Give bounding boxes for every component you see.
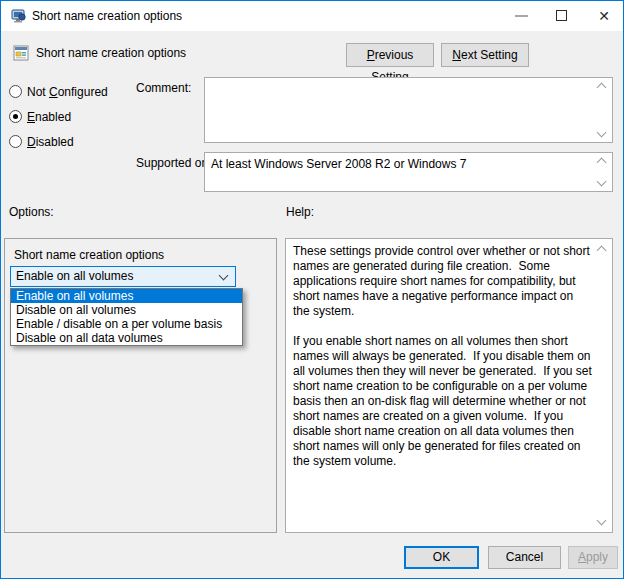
cancel-button[interactable]: Cancel [488, 546, 561, 569]
help-paragraph: If you enable short names on all volumes… [293, 334, 592, 469]
setting-name-label: Short name creation options [14, 248, 164, 262]
close-button[interactable]: ✕ [594, 5, 614, 27]
comment-textarea[interactable] [204, 77, 613, 143]
radio-circle[interactable] [9, 135, 22, 148]
scroll-down-icon[interactable] [597, 177, 607, 187]
radio-disabled[interactable]: Disabled [9, 134, 74, 148]
scroll-up-icon[interactable] [597, 246, 607, 256]
help-paragraph: These settings provide control over whet… [293, 244, 592, 319]
radio-circle[interactable] [9, 85, 22, 98]
help-textarea[interactable]: These settings provide control over whet… [285, 238, 613, 533]
radio-enabled[interactable]: Enabled [9, 109, 71, 123]
radio-label: Enabled [27, 110, 71, 124]
group-policy-icon [11, 8, 27, 24]
dropdown-item-per-volume[interactable]: Enable / disable on a per volume basis [11, 317, 242, 331]
radio-circle-checked[interactable] [9, 110, 22, 123]
supported-on-textarea[interactable]: At least Windows Server 2008 R2 or Windo… [204, 152, 613, 192]
dropdown-item-enable-all[interactable]: Enable on all volumes [11, 289, 242, 303]
title-bar[interactable]: Short name creation options ✕ [1, 1, 623, 31]
supported-on-label: Supported on: [136, 156, 211, 170]
short-name-options-combobox[interactable]: Enable on all volumes [10, 266, 236, 287]
policy-setting-icon [13, 45, 29, 61]
apply-button[interactable]: Apply [568, 546, 618, 569]
policy-setting-dialog: Short name creation options ✕ Short name… [0, 0, 624, 579]
combobox-dropdown-list: Enable on all volumes Disable on all vol… [10, 288, 243, 346]
scroll-up-icon[interactable] [597, 83, 607, 93]
options-section-label: Options: [9, 205, 54, 219]
supported-on-value: At least Windows Server 2008 R2 or Windo… [211, 157, 466, 171]
chevron-down-icon [219, 271, 229, 281]
options-panel: Short name creation options Enable on al… [4, 238, 277, 533]
scroll-up-icon[interactable] [597, 158, 607, 168]
maximize-button[interactable] [556, 10, 567, 21]
dropdown-item-disable-data[interactable]: Disable on all data volumes [11, 331, 242, 345]
help-section-label: Help: [286, 205, 314, 219]
radio-not-configured[interactable]: Not Configured [9, 84, 108, 98]
scroll-down-icon[interactable] [597, 516, 607, 526]
ok-button[interactable]: OK [404, 546, 479, 569]
minimize-button[interactable] [515, 15, 528, 17]
radio-label: Disabled [27, 135, 74, 149]
scroll-down-icon[interactable] [597, 128, 607, 138]
previous-setting-button[interactable]: Previous Setting [346, 43, 434, 67]
combobox-value: Enable on all volumes [16, 269, 133, 283]
dropdown-item-disable-all[interactable]: Disable on all volumes [11, 303, 242, 317]
policy-name-label: Short name creation options [36, 46, 186, 60]
next-setting-button[interactable]: Next Setting [441, 43, 529, 67]
radio-label: Not Configured [27, 85, 108, 99]
window-title: Short name creation options [32, 1, 182, 31]
comment-label: Comment: [136, 81, 191, 95]
